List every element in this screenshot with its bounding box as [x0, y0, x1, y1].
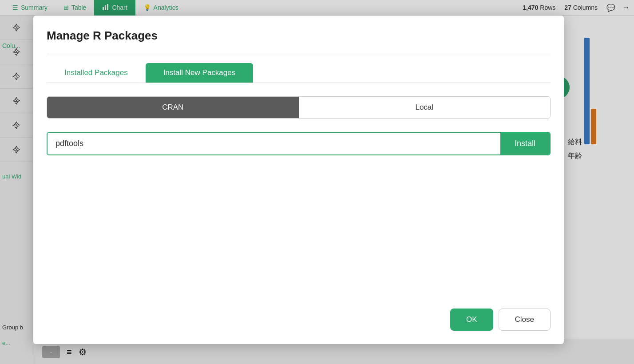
ok-button[interactable]: OK — [450, 309, 493, 331]
tab-installed-packages[interactable]: Installed Packages — [47, 63, 146, 83]
dialog-tabs: Installed Packages Install New Packages — [47, 63, 551, 83]
tab-install-new-packages[interactable]: Install New Packages — [146, 63, 254, 83]
dialog-tabs-divider — [47, 83, 551, 83]
dialog-title-divider — [47, 54, 551, 54]
close-button[interactable]: Close — [499, 309, 551, 331]
dialog-title: Manage R Packages — [47, 29, 551, 43]
dialog-footer: OK Close — [450, 309, 551, 331]
source-toggle: CRAN Local — [47, 96, 551, 119]
manage-packages-dialog: Manage R Packages Installed Packages Ins… — [33, 16, 564, 344]
install-button[interactable]: Install — [500, 133, 550, 154]
source-option-local[interactable]: Local — [299, 97, 551, 118]
source-option-cran[interactable]: CRAN — [47, 97, 299, 118]
package-search-input[interactable] — [48, 133, 500, 154]
install-row: Install — [47, 132, 551, 155]
